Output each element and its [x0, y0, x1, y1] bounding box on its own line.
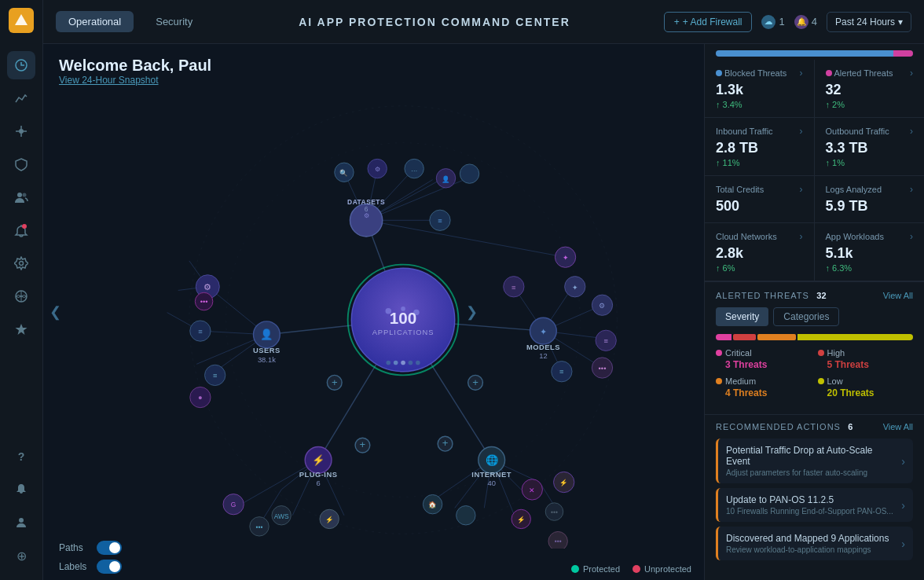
alerts-count: 32	[816, 291, 826, 300]
medium-bar-segment	[757, 334, 796, 340]
alerts-header: ALERTED THREATS 32 View All	[716, 290, 913, 301]
inbound-traffic-chevron[interactable]: ›	[800, 126, 803, 137]
app-workloads-stat: App Workloads › 5.1k ↑ 6.3%	[815, 223, 925, 281]
inbound-traffic-value: 2.8 TB	[716, 140, 803, 156]
add-firewall-label: + Add Firewall	[683, 17, 742, 28]
svg-text:⚡: ⚡	[517, 516, 526, 524]
sidebar-item-notifications[interactable]	[7, 475, 35, 504]
logs-analyzed-chevron[interactable]: ›	[910, 184, 913, 195]
sidebar-item-dashboard[interactable]	[7, 51, 35, 79]
inbound-traffic-stat: Inbound Traffic › 2.8 TB ↑ 11%	[705, 118, 815, 176]
sidebar-item-alerts[interactable]	[7, 216, 35, 244]
sidebar-item-settings[interactable]	[7, 249, 35, 277]
svg-text:•••: •••	[200, 298, 208, 306]
app-workloads-value: 5.1k	[826, 245, 914, 262]
svg-text:✕: ✕	[529, 486, 535, 494]
blocked-progress	[716, 50, 893, 57]
blocked-threats-chevron[interactable]: ›	[800, 68, 803, 79]
snapshot-link[interactable]: View 24-Hour Snapshot	[59, 75, 688, 86]
svg-text:⚙: ⚙	[375, 165, 380, 173]
threat-progress-bar	[705, 44, 924, 60]
welcome-message: Welcome Back, Paul	[59, 57, 688, 75]
tab-operational[interactable]: Operational	[56, 11, 134, 32]
logs-analyzed-stat: Logs Analyzed › 5.9 TB	[815, 176, 925, 223]
svg-text:•••: •••	[555, 538, 562, 545]
recommendations-section: RECOMMENDED ACTIONS 6 View All Potential…	[705, 414, 924, 571]
outbound-traffic-stat: Outbound Traffic › 3.3 TB ↑ 1%	[815, 118, 925, 176]
total-credits-value: 500	[716, 198, 803, 215]
alerted-threats-chevron[interactable]: ›	[910, 68, 913, 79]
svg-text:PLUG-INS: PLUG-INS	[299, 471, 338, 479]
alerted-threats-change: ↑ 2%	[826, 100, 914, 109]
svg-text:APPLICATIONS: APPLICATIONS	[372, 329, 434, 336]
unprotected-dot	[632, 565, 640, 573]
sidebar-item-users[interactable]	[7, 183, 35, 211]
svg-text:12: 12	[539, 352, 547, 360]
svg-text:•••: •••	[551, 508, 558, 516]
svg-text:•••: •••	[599, 365, 607, 373]
expand-right-arrow[interactable]: ❯	[466, 303, 478, 321]
alerts-title-group: ALERTED THREATS 32	[716, 290, 827, 301]
categories-tab[interactable]: Categories	[773, 307, 839, 326]
sidebar-item-help[interactable]: ?	[7, 442, 35, 471]
time-range-selector[interactable]: Past 24 Hours ▾	[827, 12, 911, 32]
svg-text:≡: ≡	[512, 284, 516, 292]
blocked-threats-value: 1.3k	[716, 82, 803, 98]
sidebar-item-security[interactable]	[7, 150, 35, 178]
cloud-networks-chevron[interactable]: ›	[800, 231, 803, 242]
svg-text:✦: ✦	[572, 284, 578, 292]
sidebar-item-network[interactable]	[7, 282, 35, 310]
svg-text:+: +	[360, 439, 366, 450]
medium-count: 4 Threats	[725, 386, 812, 398]
rec-view-all[interactable]: View All	[883, 422, 913, 431]
svg-text:6: 6	[316, 479, 320, 487]
critical-dot	[716, 350, 722, 356]
blue-dot	[716, 70, 722, 76]
svg-point-60	[401, 361, 405, 365]
sidebar-item-profile[interactable]	[7, 508, 35, 537]
alerts-view-all[interactable]: View All	[883, 291, 913, 300]
sidebar-item-expand[interactable]: ⊕	[7, 541, 35, 570]
svg-marker-9	[16, 324, 28, 335]
rec-item-0[interactable]: Potential Traffic Drop at Auto-Scale Eve…	[716, 439, 913, 483]
svg-text:6: 6	[365, 205, 368, 213]
svg-text:🌐: 🌐	[486, 453, 499, 467]
sidebar-item-analytics[interactable]	[7, 84, 35, 112]
cloud-icon: ☁	[761, 15, 776, 29]
plus-icon: +	[674, 17, 680, 28]
content-area: Welcome Back, Paul View 24-Hour Snapshot…	[43, 44, 924, 580]
high-bar-segment	[733, 334, 756, 340]
rec-text-1: Update to PAN-OS 11.2.5 10 Firewalls Run…	[726, 494, 895, 516]
svg-point-4	[23, 193, 27, 197]
expand-left-arrow[interactable]: ❮	[50, 303, 61, 321]
paths-toggle[interactable]	[97, 541, 122, 555]
svg-text:🔍: 🔍	[339, 169, 348, 178]
svg-text:+: +	[332, 376, 338, 388]
paths-toggle-row: Paths	[59, 541, 122, 555]
rec-count: 6	[848, 422, 852, 431]
network-visualization: 100 APPLICATIONS ⚙ DATASETS 6 ⚙	[43, 91, 704, 549]
app-logo[interactable]	[9, 8, 34, 33]
alert-icon: 🔔	[794, 15, 808, 29]
sidebar-item-favorites[interactable]	[7, 315, 35, 343]
svg-text:38.1k: 38.1k	[258, 356, 276, 364]
add-firewall-button[interactable]: + + Add Firewall	[664, 12, 753, 32]
severity-tab[interactable]: Severity	[716, 307, 768, 326]
total-credits-chevron[interactable]: ›	[800, 184, 803, 195]
svg-text:⚡: ⚡	[312, 453, 325, 467]
rec-chevron-1: ›	[901, 499, 905, 512]
rec-chevron-2: ›	[901, 538, 905, 550]
labels-toggle[interactable]	[97, 560, 122, 574]
rec-item-2[interactable]: Discovered and Mapped 9 Applications Rev…	[716, 527, 913, 560]
tab-security[interactable]: Security	[143, 11, 205, 32]
svg-point-2	[19, 129, 24, 134]
svg-text:⚡: ⚡	[559, 479, 568, 487]
svg-point-59	[394, 361, 398, 365]
outbound-traffic-chevron[interactable]: ›	[910, 126, 913, 137]
cloud-networks-value: 2.8k	[716, 245, 803, 262]
app-workloads-chevron[interactable]: ›	[910, 231, 913, 242]
rec-sub-2: Review workload-to-application mappings	[726, 545, 895, 554]
rec-item-1[interactable]: Update to PAN-OS 11.2.5 10 Firewalls Run…	[716, 488, 913, 522]
critical-label: Critical	[725, 348, 752, 358]
sidebar-item-ai[interactable]	[7, 117, 35, 145]
